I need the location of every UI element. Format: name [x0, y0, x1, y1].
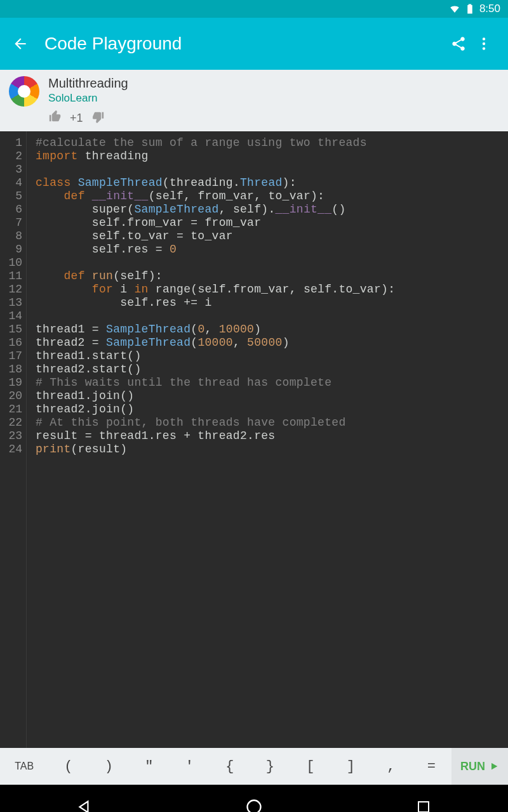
avatar[interactable] — [9, 76, 39, 107]
svg-point-2 — [483, 47, 485, 49]
key-open-bracket[interactable]: [ — [290, 748, 330, 785]
key-single-quote[interactable]: ' — [170, 748, 210, 785]
key-open-brace[interactable]: { — [210, 748, 250, 785]
nav-home-button[interactable] — [216, 794, 292, 812]
arrow-left-icon — [12, 36, 29, 52]
status-bar: 8:50 — [0, 0, 508, 18]
key-close-bracket[interactable]: ] — [331, 748, 371, 785]
nav-recent-button[interactable] — [385, 794, 462, 812]
key-tab[interactable]: TAB — [0, 748, 48, 785]
key-open-paren[interactable]: ( — [48, 748, 88, 785]
downvote-button[interactable] — [91, 110, 105, 126]
key-equals[interactable]: = — [411, 748, 451, 785]
back-button[interactable] — [11, 35, 29, 53]
key-comma[interactable]: , — [371, 748, 411, 785]
key-close-paren[interactable]: ) — [89, 748, 129, 785]
vote-count: +1 — [70, 112, 83, 125]
key-close-brace[interactable]: } — [250, 748, 290, 785]
share-button[interactable] — [446, 31, 471, 56]
app-title: Code Playground — [44, 34, 446, 54]
project-header: Multithreading SoloLearn +1 — [0, 70, 508, 131]
more-button[interactable] — [471, 31, 497, 56]
run-button[interactable]: RUN — [451, 748, 508, 785]
more-vert-icon — [476, 36, 492, 52]
svg-point-0 — [483, 37, 485, 40]
project-author[interactable]: SoloLearn — [48, 92, 128, 105]
key-double-quote[interactable]: " — [129, 748, 169, 785]
nav-back-button[interactable] — [46, 794, 123, 812]
circle-home-icon — [245, 798, 263, 812]
share-icon — [450, 36, 467, 52]
code-area[interactable]: #calculate the sum of a range using two … — [27, 131, 508, 748]
line-gutter: 123456789101112131415161718192021222324 — [0, 131, 27, 748]
status-time: 8:50 — [479, 3, 500, 15]
svg-point-1 — [483, 43, 485, 45]
wifi-icon — [449, 3, 460, 15]
app-bar: Code Playground — [0, 18, 508, 70]
project-title: Multithreading — [48, 76, 128, 91]
play-icon — [489, 761, 499, 771]
android-navbar — [0, 785, 508, 812]
svg-rect-4 — [418, 802, 429, 812]
code-editor[interactable]: 123456789101112131415161718192021222324 … — [0, 131, 508, 748]
thumb-down-icon — [91, 110, 105, 124]
battery-icon — [464, 3, 476, 15]
svg-point-3 — [247, 801, 260, 813]
thumb-up-icon — [48, 110, 62, 124]
triangle-back-icon — [76, 799, 93, 812]
symbol-row: TAB ( ) " ' { } [ ] , = RUN — [0, 748, 508, 785]
upvote-button[interactable] — [48, 110, 62, 126]
square-recent-icon — [416, 799, 431, 812]
